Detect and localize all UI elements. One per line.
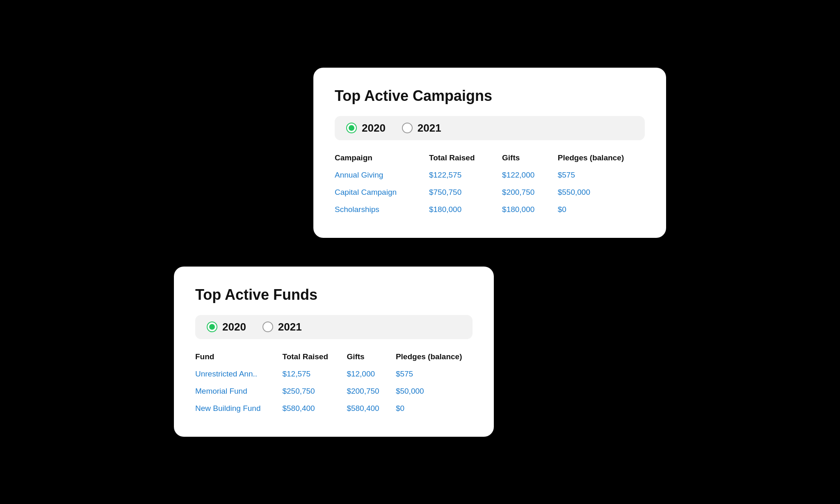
campaigns-year-selector: 2020 2021 xyxy=(335,116,645,140)
campaigns-table-row: Annual Giving$122,575$122,000$575 xyxy=(335,169,645,184)
campaigns-cell-2-0[interactable]: Scholarships xyxy=(335,201,429,218)
campaigns-cell-0-2: $122,000 xyxy=(502,169,558,184)
cards-container: Top Active Campaigns 2020 2021 Campaign … xyxy=(174,68,666,437)
campaigns-cell-1-0[interactable]: Capital Campaign xyxy=(335,184,429,201)
funds-cell-1-3: $50,000 xyxy=(396,383,472,400)
funds-cell-2-0[interactable]: New Building Fund xyxy=(195,400,282,417)
funds-col-pledges: Pledges (balance) xyxy=(396,352,472,368)
campaigns-year-2020[interactable]: 2020 xyxy=(346,122,386,135)
funds-radio-2020[interactable] xyxy=(207,322,217,332)
funds-col-total-raised: Total Raised xyxy=(282,352,347,368)
funds-year-selector: 2020 2021 xyxy=(195,315,472,339)
campaigns-col-total-raised: Total Raised xyxy=(429,153,502,169)
campaigns-table-header-row: Campaign Total Raised Gifts Pledges (bal… xyxy=(335,153,645,169)
funds-cell-0-2: $12,000 xyxy=(347,368,396,383)
funds-radio-2021[interactable] xyxy=(262,322,273,332)
funds-cell-2-2: $580,400 xyxy=(347,400,396,417)
campaigns-cell-1-2: $200,750 xyxy=(502,184,558,201)
funds-table: Fund Total Raised Gifts Pledges (balance… xyxy=(195,352,472,417)
campaigns-table-row: Capital Campaign$750,750$200,750$550,000 xyxy=(335,184,645,201)
campaigns-card: Top Active Campaigns 2020 2021 Campaign … xyxy=(313,68,666,238)
funds-cell-0-1: $12,575 xyxy=(282,368,347,383)
funds-cell-1-2: $200,750 xyxy=(347,383,396,400)
campaigns-cell-1-3: $550,000 xyxy=(558,184,645,201)
campaigns-year-2021-label: 2021 xyxy=(418,122,441,135)
funds-year-2021-label: 2021 xyxy=(278,321,302,333)
funds-col-fund: Fund xyxy=(195,352,282,368)
funds-cell-0-3: $575 xyxy=(396,368,472,383)
campaigns-radio-2020[interactable] xyxy=(346,123,357,133)
funds-cell-0-0[interactable]: Unrestricted Ann.. xyxy=(195,368,282,383)
funds-card: Top Active Funds 2020 2021 Fund Total Ra… xyxy=(174,267,494,437)
funds-radio-2020-inner xyxy=(209,324,215,330)
funds-table-row: Memorial Fund$250,750$200,750$50,000 xyxy=(195,383,472,400)
funds-cell-2-1: $580,400 xyxy=(282,400,347,417)
funds-table-header-row: Fund Total Raised Gifts Pledges (balance… xyxy=(195,352,472,368)
campaigns-title: Top Active Campaigns xyxy=(335,87,645,105)
funds-cell-1-0[interactable]: Memorial Fund xyxy=(195,383,282,400)
campaigns-cell-2-2: $180,000 xyxy=(502,201,558,218)
campaigns-radio-2021[interactable] xyxy=(402,123,413,133)
campaigns-radio-2020-inner xyxy=(349,125,354,131)
campaigns-cell-2-3: $0 xyxy=(558,201,645,218)
funds-table-row: New Building Fund$580,400$580,400$0 xyxy=(195,400,472,417)
funds-year-2021[interactable]: 2021 xyxy=(262,321,302,333)
campaigns-cell-0-3: $575 xyxy=(558,169,645,184)
campaigns-cell-1-1: $750,750 xyxy=(429,184,502,201)
funds-cell-2-3: $0 xyxy=(396,400,472,417)
funds-table-row: Unrestricted Ann..$12,575$12,000$575 xyxy=(195,368,472,383)
campaigns-table-row: Scholarships$180,000$180,000$0 xyxy=(335,201,645,218)
funds-cell-1-1: $250,750 xyxy=(282,383,347,400)
funds-year-2020-label: 2020 xyxy=(222,321,246,333)
campaigns-cell-0-1: $122,575 xyxy=(429,169,502,184)
campaigns-year-2020-label: 2020 xyxy=(362,122,386,135)
campaigns-cell-0-0[interactable]: Annual Giving xyxy=(335,169,429,184)
campaigns-col-pledges: Pledges (balance) xyxy=(558,153,645,169)
campaigns-table: Campaign Total Raised Gifts Pledges (bal… xyxy=(335,153,645,218)
campaigns-col-campaign: Campaign xyxy=(335,153,429,169)
funds-title: Top Active Funds xyxy=(195,286,472,303)
funds-year-2020[interactable]: 2020 xyxy=(207,321,246,333)
campaigns-col-gifts: Gifts xyxy=(502,153,558,169)
campaigns-cell-2-1: $180,000 xyxy=(429,201,502,218)
funds-col-gifts: Gifts xyxy=(347,352,396,368)
campaigns-year-2021[interactable]: 2021 xyxy=(402,122,441,135)
